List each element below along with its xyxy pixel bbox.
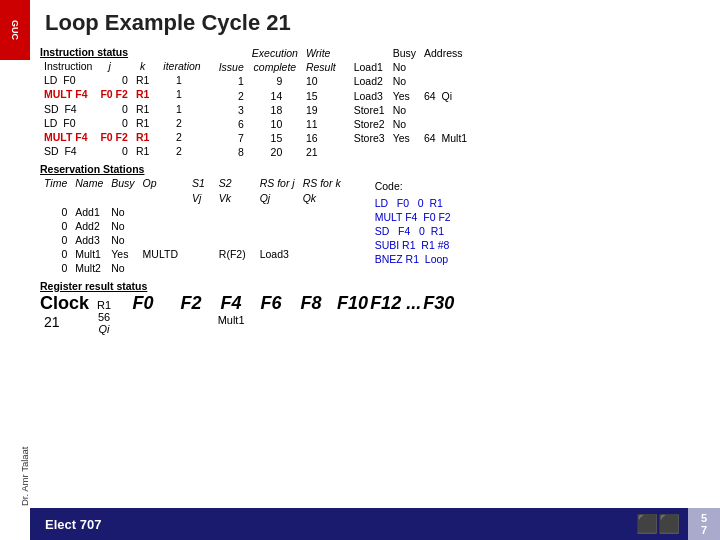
code-line-3: SD F4 0 R1 [375, 224, 451, 238]
instr-row-1: LD F00R11 [40, 73, 205, 87]
qi-label: Qi [97, 323, 111, 335]
page-line1: 5 [701, 512, 707, 524]
reg-f8-val [297, 314, 325, 326]
exec-row-5: 71516 [215, 131, 340, 145]
reg-spacer4b [287, 314, 295, 326]
exec-header-exec: Execution [248, 46, 302, 60]
rob-row-store3: Store3Yes64 Mult1 [350, 131, 471, 145]
instr-row-5: MULT F4F0 F2R12 [40, 130, 205, 144]
r1-value: 56 [97, 311, 111, 323]
exec-header-write: Write [302, 46, 340, 60]
rob-row-store1: Store1No [350, 103, 471, 117]
rs-row-mult1: 0Mult1YesMULTDR(F2)Load3 [40, 247, 345, 261]
code-line-5: BNEZ R1 Loop [375, 252, 451, 266]
exec-row-1: 1910 [215, 74, 340, 88]
rob-row-load1: Load1No [350, 60, 471, 74]
rs-col-qk: RS for kQk [299, 176, 345, 204]
reg-spacer1b [159, 314, 175, 326]
reg-f12-val [369, 314, 419, 326]
exec-col-complete: complete [248, 60, 302, 74]
bottom-icon: ⬛⬛ [636, 513, 680, 535]
rs-col-s2vk: S2Vk [209, 176, 250, 204]
col-j: j [96, 59, 131, 73]
rs-col-name: Name [71, 176, 107, 204]
reg-f2-val [177, 314, 205, 326]
instr-row-3: SD F40R11 [40, 102, 205, 116]
rob-row-store2: Store2No [350, 117, 471, 131]
rs-col-op: Op [139, 176, 182, 204]
reg-f4-label: F4 [217, 293, 245, 314]
reg-f6-val [257, 314, 285, 326]
rs-col-busy: Busy [107, 176, 138, 204]
reg-f6-label: F6 [257, 293, 285, 314]
rs-row-mult2: 0Mult2No [40, 261, 345, 275]
code-line-1: LD F0 0 R1 [375, 196, 451, 210]
col-iteration: iteration [153, 59, 204, 73]
exec-row-2: 21415 [215, 89, 340, 103]
reg-spacer5b [327, 314, 335, 326]
code-line-4: SUBI R1 R1 #8 [375, 238, 451, 252]
reg-spacer3 [247, 293, 255, 314]
reg-f30-val [421, 314, 451, 326]
exec-col-result: Result [302, 60, 340, 74]
rs-row-add1: 0Add1No [40, 205, 345, 219]
reg-spacer5 [327, 293, 335, 314]
rob-col-busy: Busy [389, 46, 420, 60]
exec-col-issue: Issue [215, 60, 248, 74]
code-label: Code: [375, 179, 451, 193]
rob-col-name [350, 46, 389, 60]
reg-f8-label: F8 [297, 293, 325, 314]
reg-f12-label: F12 ... [370, 293, 421, 314]
author-label: Dr. Amr Talaat [19, 445, 30, 509]
rs-row-add3: 0Add3No [40, 233, 345, 247]
reg-f0-label: F0 [129, 293, 157, 314]
exec-row-4: 61011 [215, 117, 340, 131]
reg-f0-val [129, 314, 157, 326]
clock-label: Clock [40, 293, 89, 314]
col-instruction: Instruction [40, 59, 96, 73]
rs-col-s1vj: S1Vj [182, 176, 209, 204]
reg-spacer1 [159, 293, 175, 314]
r1-label: R1 [97, 299, 111, 311]
reg-spacer3b [247, 314, 255, 326]
reg-spacer2 [207, 293, 215, 314]
rs-col-qj: RS for jQj [250, 176, 299, 204]
instr-row-2: MULT F4F0 F2R11 [40, 87, 205, 101]
instr-row-6: SD F40R12 [40, 144, 205, 158]
reg-f10-label: F10 [337, 293, 368, 314]
reg-f30-label: F30 [423, 293, 454, 314]
reg-f2-label: F2 [177, 293, 205, 314]
exec-header-spacer [215, 46, 248, 60]
code-line-2: MULT F4 F0 F2 [375, 210, 451, 224]
rob-row-load3: Load3Yes64 Qi [350, 89, 471, 103]
instr-row-4: LD F00R12 [40, 116, 205, 130]
rs-col-time: Time [40, 176, 71, 204]
logo-guc: GUC [0, 0, 30, 60]
reg-f4-val: Mult1 [217, 314, 245, 326]
exec-row-6: 82021 [215, 145, 340, 159]
reg-spacer2b [207, 314, 215, 326]
rob-col-address: Address [420, 46, 471, 60]
reg-f10-val [337, 314, 367, 326]
clock-value: 21 [40, 314, 89, 330]
course-label: Elect 707 [45, 517, 101, 532]
page-number: 5 7 [688, 508, 720, 540]
rob-row-load2: Load2No [350, 74, 471, 88]
exec-row-3: 31819 [215, 103, 340, 117]
rs-row-add2: 0Add2No [40, 219, 345, 233]
instruction-status-label: Instruction status [40, 46, 205, 58]
rs-label: Reservation Stations [40, 163, 345, 175]
register-status-label: Register result status [40, 280, 710, 292]
col-k: k [132, 59, 153, 73]
reg-spacer4 [287, 293, 295, 314]
bottom-bar: Elect 707 ⬛⬛ [30, 508, 720, 540]
page-line2: 7 [701, 524, 707, 536]
page-title: Loop Example Cycle 21 [30, 0, 720, 44]
